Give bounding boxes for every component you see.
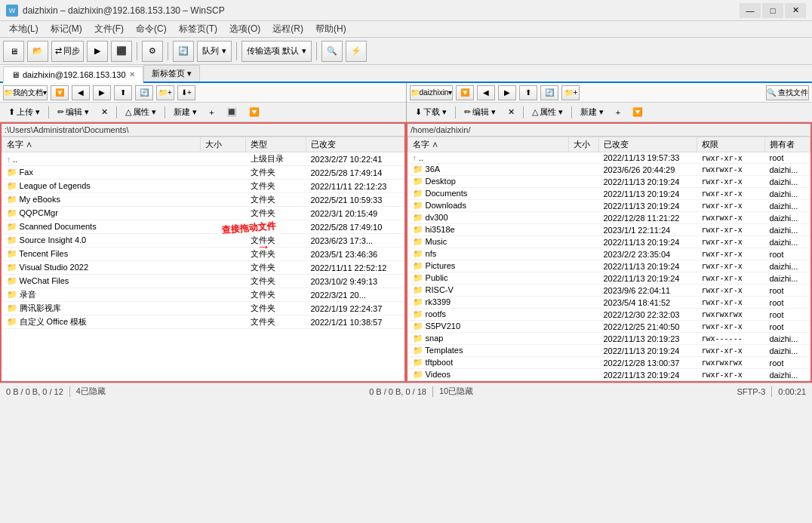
- right-table-row[interactable]: 📁 Documents 2022/11/13 20:19:24 rwxr-xr-…: [408, 188, 810, 200]
- toolbar-local-btn[interactable]: 🖥: [3, 41, 24, 62]
- right-table-row[interactable]: 📁 dv300 2022/12/28 11:21:22 rwxrwxr-x da…: [408, 212, 810, 224]
- right-new-button[interactable]: 新建 ▾: [575, 105, 609, 120]
- right-col-perms[interactable]: 权限: [697, 137, 765, 152]
- left-table-row[interactable]: 📁 League of Legends 文件夹 2022/11/11 22:12…: [2, 180, 404, 193]
- left-delete-button[interactable]: ✕: [96, 105, 113, 120]
- menu-help[interactable]: 帮助(H): [309, 21, 352, 37]
- left-table-row[interactable]: 📁 Visual Studio 2022 文件夹 2022/11/11 22:5…: [2, 261, 404, 275]
- left-nav-btn1[interactable]: 🔽: [51, 85, 69, 100]
- tab-close-btn[interactable]: ✕: [129, 70, 135, 78]
- left-addr-dropdown[interactable]: 📁 我的文档 ▾: [3, 85, 48, 100]
- menu-command[interactable]: 命令(C): [130, 21, 173, 37]
- right-table-row[interactable]: 📁 Pictures 2022/11/13 20:19:24 rwxr-xr-x…: [408, 260, 810, 272]
- left-table-row[interactable]: 📁 Source Insight 4.0 文件夹 2023/6/23 17:3.…: [2, 234, 404, 248]
- right-col-size[interactable]: 大小: [569, 137, 599, 152]
- left-btn5[interactable]: +: [204, 105, 219, 120]
- right-cell-size: [569, 152, 599, 164]
- right-col-modified[interactable]: 已改变: [599, 137, 697, 152]
- right-edit-button[interactable]: ✏ 编辑 ▾: [459, 105, 501, 120]
- toolbar-refresh[interactable]: 🔄: [173, 41, 194, 62]
- right-table-row[interactable]: 📁 36A 2023/6/26 20:44:29 rwxrwxr-x daizh…: [408, 164, 810, 176]
- right-table-row[interactable]: 📁 rk3399 2023/5/4 18:41:52 rwxr-xr-x roo…: [408, 297, 810, 309]
- right-table-row[interactable]: 📁 nfs 2023/2/2 23:35:04 rwxr-xr-x root: [408, 248, 810, 260]
- sync-button[interactable]: ⇄ 同步: [51, 41, 84, 62]
- right-table-row[interactable]: 📁 Templates 2022/11/13 20:19:24 rwxr-xr-…: [408, 345, 810, 357]
- right-btn6[interactable]: 🔽: [627, 105, 648, 120]
- left-table-row[interactable]: 📁 My eBooks 文件夹 2022/5/21 10:59:33: [2, 193, 404, 207]
- queue-dropdown[interactable]: 队列▾: [197, 41, 232, 62]
- toolbar-btn2[interactable]: 📂: [27, 41, 48, 62]
- left-col-name[interactable]: 名字 ∧: [2, 137, 201, 152]
- transfer-options[interactable]: 传输选项 默认▾: [241, 41, 312, 62]
- left-col-size[interactable]: 大小: [201, 137, 246, 152]
- left-table-row[interactable]: 📁 QQPCMgr 文件夹 2022/3/1 20:15:49: [2, 207, 404, 220]
- left-table-row[interactable]: 📁 腾讯影视库 文件夹 2022/1/19 22:24:37: [2, 302, 404, 315]
- right-nav-btn4[interactable]: ⬆: [519, 85, 537, 100]
- left-nav-btn6[interactable]: 📁+: [156, 85, 174, 100]
- toolbar-btn4[interactable]: ⬛: [111, 41, 132, 62]
- right-table-row[interactable]: 📁 Desktop 2022/11/13 20:19:24 rwxr-xr-x …: [408, 176, 810, 188]
- right-props-button[interactable]: △ 属性 ▾: [527, 105, 568, 120]
- left-table-row[interactable]: 📁 自定义 Office 模板 文件夹 2022/1/21 10:38:57: [2, 315, 404, 329]
- right-table-row[interactable]: 📁 RISC-V 2023/9/6 22:04:11 rwxr-xr-x roo…: [408, 285, 810, 297]
- left-table-row[interactable]: 📁 Tencent Files 文件夹 2023/5/1 23:46:36: [2, 248, 404, 261]
- right-col-owner[interactable]: 拥有者: [765, 137, 810, 152]
- left-btn6[interactable]: 🔳: [221, 105, 242, 120]
- left-edit-button[interactable]: ✏ 编辑 ▾: [52, 105, 94, 120]
- right-table-row[interactable]: 📁 rootfs 2022/12/30 22:32:03 rwxrwxrwx r…: [408, 309, 810, 321]
- left-props-button[interactable]: △ 属性 ▾: [120, 105, 161, 120]
- left-nav-btn4[interactable]: ⬆: [114, 85, 132, 100]
- right-nav-btn3[interactable]: ▶: [498, 85, 516, 100]
- left-col-type[interactable]: 类型: [246, 137, 306, 152]
- settings-button[interactable]: ⚙: [142, 41, 163, 62]
- left-table-row[interactable]: 📁 WeChat Files 文件夹 2023/10/2 9:49:13: [2, 275, 404, 288]
- right-nav-btn1[interactable]: 🔽: [456, 85, 474, 100]
- toolbar-btn-right2[interactable]: ⚡: [346, 41, 367, 62]
- menu-mark[interactable]: 标记(M): [45, 21, 88, 37]
- right-table-row[interactable]: 📁 S5PV210 2022/12/25 21:40:50 rwxr-xr-x …: [408, 321, 810, 333]
- left-table-row[interactable]: ↑ .. 上级目录 2023/2/27 10:22:41: [2, 152, 404, 166]
- right-table-row[interactable]: 📁 Downloads 2022/11/13 20:19:24 rwxr-xr-…: [408, 200, 810, 212]
- menu-file[interactable]: 文件(F): [88, 21, 130, 37]
- left-file-table[interactable]: 名字 ∧ 大小 类型 已改变 ↑ .. 上级目录 2023/2/27 10:22…: [2, 137, 404, 381]
- right-delete-button[interactable]: ✕: [503, 105, 520, 120]
- toolbar-btn-right[interactable]: 🔍: [321, 41, 343, 62]
- menu-remote[interactable]: 远程(R): [266, 21, 309, 37]
- left-nav-btn2[interactable]: ◀: [72, 85, 90, 100]
- right-table-row[interactable]: 📁 tftpboot 2022/12/28 13:00:37 rwxrwxrwx…: [408, 357, 810, 369]
- right-table-row[interactable]: 📁 snap 2022/11/13 20:19:23 rwx------ dai…: [408, 333, 810, 345]
- right-nav-btn2[interactable]: ◀: [477, 85, 495, 100]
- right-col-name[interactable]: 名字 ∧: [408, 137, 569, 152]
- menu-local[interactable]: 本地(L): [3, 21, 45, 37]
- left-nav-btn7[interactable]: ⬇+: [177, 85, 195, 100]
- right-table-row[interactable]: 📁 Music 2022/11/13 20:19:24 rwxr-xr-x da…: [408, 236, 810, 248]
- left-table-row[interactable]: 📁 Scanned Documents 文件夹 2022/5/28 17:49:…: [2, 220, 404, 234]
- right-addr-dropdown[interactable]: 📁 daizhixin ▾: [410, 85, 454, 100]
- right-nav-btn5[interactable]: 🔄: [540, 85, 558, 100]
- menu-tabs[interactable]: 标签页(T): [173, 21, 223, 37]
- maximize-button[interactable]: □: [762, 3, 783, 18]
- left-nav-btn3[interactable]: ▶: [93, 85, 111, 100]
- minimize-button[interactable]: —: [740, 3, 761, 18]
- close-button[interactable]: ✕: [785, 3, 806, 18]
- right-btn5[interactable]: +: [611, 105, 626, 120]
- download-button[interactable]: ⬇ 下载 ▾: [410, 105, 452, 120]
- right-file-table[interactable]: 名字 ∧ 大小 已改变 权限 拥有者 ↑ .. 2022/11/13 19:57…: [408, 137, 810, 381]
- toolbar-btn3[interactable]: ▶: [87, 41, 108, 62]
- left-table-row[interactable]: 📁 录音 文件夹 2022/3/21 20...: [2, 288, 404, 302]
- tab-new[interactable]: 新标签页 ▾: [143, 65, 200, 82]
- left-new-button[interactable]: 新建 ▾: [168, 105, 202, 120]
- menu-options[interactable]: 选项(O): [223, 21, 266, 37]
- right-nav-btn6[interactable]: 📁+: [561, 85, 580, 100]
- right-table-row[interactable]: 📁 Videos 2022/11/13 20:19:24 rwxr-xr-x d…: [408, 369, 810, 381]
- upload-button[interactable]: ⬆ 上传 ▾: [3, 105, 45, 120]
- right-table-row[interactable]: 📁 Public 2022/11/13 20:19:24 rwxr-xr-x d…: [408, 272, 810, 285]
- tab-main[interactable]: 🖥 daizhixin@192.168.153.130 ✕: [3, 66, 143, 83]
- left-col-modified[interactable]: 已改变: [306, 137, 404, 152]
- right-table-row[interactable]: 📁 hi3518e 2023/1/1 22:11:24 rwxr-xr-x da…: [408, 224, 810, 236]
- left-table-row[interactable]: 📁 Fax 文件夹 2022/5/28 17:49:14: [2, 166, 404, 180]
- find-files-button[interactable]: 🔍 查找文件: [766, 85, 809, 100]
- left-btn7[interactable]: 🔽: [244, 105, 265, 120]
- left-nav-btn5[interactable]: 🔄: [135, 85, 153, 100]
- right-table-row[interactable]: ↑ .. 2022/11/13 19:57:33 rwxr-xr-x root: [408, 152, 810, 164]
